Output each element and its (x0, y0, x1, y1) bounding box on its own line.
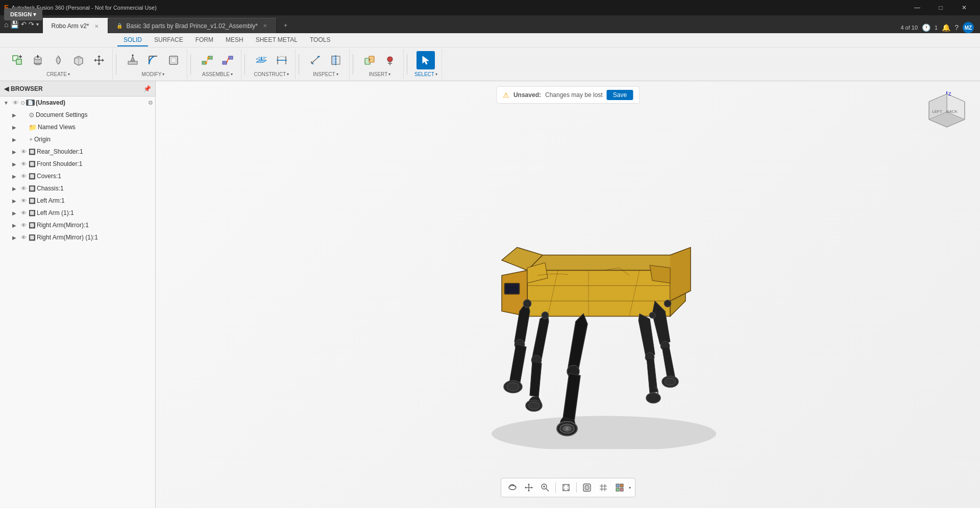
expand-icon-left-arm[interactable]: ▶ (10, 198, 18, 204)
browser-item-right-arm-mirror[interactable]: ▶ 👁 🔲 Right Arm(Mirror):1 (0, 219, 155, 231)
midplane-button[interactable] (273, 51, 291, 69)
minimize-button[interactable]: — (905, 0, 929, 15)
visibility-icon-right-arm-mirror[interactable]: 👁 (19, 222, 28, 228)
press-pull-button[interactable] (124, 51, 142, 69)
visibility-icon-front-shoulder[interactable]: 👁 (19, 161, 28, 167)
browser-item-named-views[interactable]: ▶ 👁 📁 Named Views (0, 121, 155, 133)
orientation-cube[interactable]: Z BACK LEFT (924, 91, 970, 137)
insert-derive-button[interactable] (360, 51, 379, 69)
new-tab-button[interactable]: + (277, 18, 295, 33)
expand-icon-covers[interactable]: ▶ (10, 174, 18, 179)
visibility-icon-covers[interactable]: 👁 (19, 173, 28, 179)
visual-style-arrow[interactable]: ▾ (629, 486, 631, 490)
insert-label[interactable]: INSERT ▾ (369, 71, 391, 77)
browser-item-front-shoulder[interactable]: ▶ 👁 🔲 Front Shoulder:1 (0, 158, 155, 170)
fillet-button[interactable] (144, 51, 162, 69)
tab-robo-arm[interactable]: Robo Arm v2* ✕ (43, 18, 108, 33)
pan-button[interactable] (522, 480, 536, 495)
offset-plane-button[interactable] (252, 51, 271, 69)
visibility-icon-left-arm-1[interactable]: 👁 (19, 210, 28, 216)
maximize-button[interactable]: □ (929, 0, 952, 15)
expand-icon-root[interactable]: ▼ (2, 100, 10, 106)
tab-surface[interactable]: SURFACE (148, 34, 189, 46)
tab-form[interactable]: FORM (189, 34, 219, 46)
visibility-icon-named-views[interactable]: 👁 (19, 124, 28, 130)
section-analysis-button[interactable] (327, 51, 345, 69)
home-icon[interactable]: ⌂ (4, 20, 8, 29)
visibility-icon-right-arm-mirror-1[interactable]: 👁 (19, 234, 28, 240)
visibility-icon-root[interactable]: 👁 (11, 100, 19, 106)
expand-icon-doc-settings[interactable]: ▶ (10, 112, 18, 118)
display-settings-button[interactable] (580, 480, 594, 495)
browser-item-rear-shoulder[interactable]: ▶ 👁 🔲 Rear_Shoulder:1 (0, 146, 155, 158)
browser-item-origin[interactable]: ▶ 👁 ✦ Origin (0, 133, 155, 146)
browser-item-root[interactable]: ▼ 👁 ⊙ 📄 (Unsaved) ⚙ (0, 96, 155, 109)
help-icon[interactable]: ? (954, 23, 959, 32)
expand-icon-named-views[interactable]: ▶ (10, 125, 18, 130)
measure-button[interactable] (306, 51, 325, 69)
shell-button[interactable] (164, 51, 183, 69)
revolve-button[interactable] (49, 51, 67, 69)
expand-icon-front-shoulder[interactable]: ▶ (10, 161, 18, 167)
expand-icon-origin[interactable]: ▶ (10, 137, 18, 142)
browser-item-left-arm-1[interactable]: ▶ 👁 🔲 Left Arm (1):1 (0, 207, 155, 219)
bell-icon[interactable]: 🔔 (942, 23, 950, 32)
user-count[interactable]: 1 (935, 25, 938, 31)
orbit-button[interactable] (505, 480, 520, 495)
tab-solid[interactable]: SOLID (117, 34, 148, 46)
tab-sheet-metal[interactable]: SHEET METAL (250, 34, 304, 46)
tab-tools[interactable]: TOOLS (304, 34, 336, 46)
select-button[interactable] (416, 51, 435, 69)
visibility-icon-doc-settings[interactable]: 👁 (19, 112, 28, 118)
close-button[interactable]: ✕ (952, 0, 976, 15)
assemble-label[interactable]: ASSEMBLE ▾ (202, 71, 233, 77)
tab-mesh[interactable]: MESH (219, 34, 250, 46)
zoom-fit-button[interactable] (559, 480, 573, 495)
viewport[interactable]: ⚠ Unsaved: Changes may be lost Save (156, 81, 980, 507)
grid-button[interactable] (596, 480, 610, 495)
notification-count[interactable]: 4 of 10 (900, 25, 918, 31)
construct-label[interactable]: CONSTRUCT ▾ (254, 71, 289, 77)
clock-icon[interactable]: 🕐 (922, 23, 930, 32)
expand-icon-right-arm-mirror[interactable]: ▶ (10, 223, 18, 228)
save-button[interactable]: Save (607, 90, 633, 100)
insert-mcmaster-button[interactable] (381, 51, 399, 69)
browser-item-covers[interactable]: ▶ 👁 🔲 Covers:1 (0, 170, 155, 182)
joint-button[interactable] (198, 51, 216, 69)
new-component-button[interactable] (8, 51, 27, 69)
save-icon[interactable]: 💾 (10, 20, 19, 29)
expand-icon-left-arm-1[interactable]: ▶ (10, 210, 18, 216)
redo-icon[interactable]: ↷ (29, 20, 34, 28)
expand-icon-rear-shoulder[interactable]: ▶ (10, 149, 18, 155)
browser-item-right-arm-mirror-1[interactable]: ▶ 👁 🔲 Right Arm(Mirror) (1):1 (0, 231, 155, 244)
as-built-joint-button[interactable] (218, 51, 237, 69)
tab-basic-3d[interactable]: 🔒 Basic 3d parts by Brad Prince_v1.02_As… (108, 18, 277, 33)
box-button[interactable] (69, 51, 88, 69)
expand-icon-chassis[interactable]: ▶ (10, 186, 18, 191)
create-label[interactable]: CREATE ▾ (46, 71, 70, 77)
move-button[interactable] (90, 51, 108, 69)
visibility-icon-chassis[interactable]: 👁 (19, 185, 28, 191)
tab-close-1[interactable]: ✕ (93, 22, 100, 30)
root-settings-icon[interactable]: ⚙ (148, 100, 153, 106)
inspect-label[interactable]: INSPECT ▾ (313, 71, 338, 77)
extrude-button[interactable] (29, 51, 47, 69)
visibility-icon-origin[interactable]: 👁 (19, 136, 28, 142)
undo-icon[interactable]: ↶ (21, 20, 27, 28)
browser-item-chassis[interactable]: ▶ 👁 🔲 Chassis:1 (0, 182, 155, 195)
user-avatar[interactable]: MZ (963, 22, 974, 33)
visibility-icon-left-arm[interactable]: 👁 (19, 198, 28, 204)
design-dropdown[interactable]: DESIGN ▾ (4, 8, 42, 20)
toolbar-options-icon[interactable]: ▾ (36, 21, 39, 27)
modify-label[interactable]: MODIFY ▾ (142, 71, 165, 77)
browser-item-left-arm[interactable]: ▶ 👁 🔲 Left Arm:1 (0, 195, 155, 207)
expand-icon-right-arm-mirror-1[interactable]: ▶ (10, 235, 18, 240)
select-label[interactable]: SELECT ▾ (414, 71, 437, 77)
visual-style-button[interactable] (612, 480, 627, 495)
browser-pin-icon[interactable]: 📌 (143, 85, 151, 92)
tab-close-2[interactable]: ✕ (262, 22, 268, 30)
visibility-icon-rear-shoulder[interactable]: 👁 (19, 149, 28, 155)
browser-collapse-icon[interactable]: ◀ (4, 85, 9, 92)
browser-item-doc-settings[interactable]: ▶ 👁 ⚙ Document Settings (0, 109, 155, 121)
zoom-button[interactable] (538, 480, 552, 495)
